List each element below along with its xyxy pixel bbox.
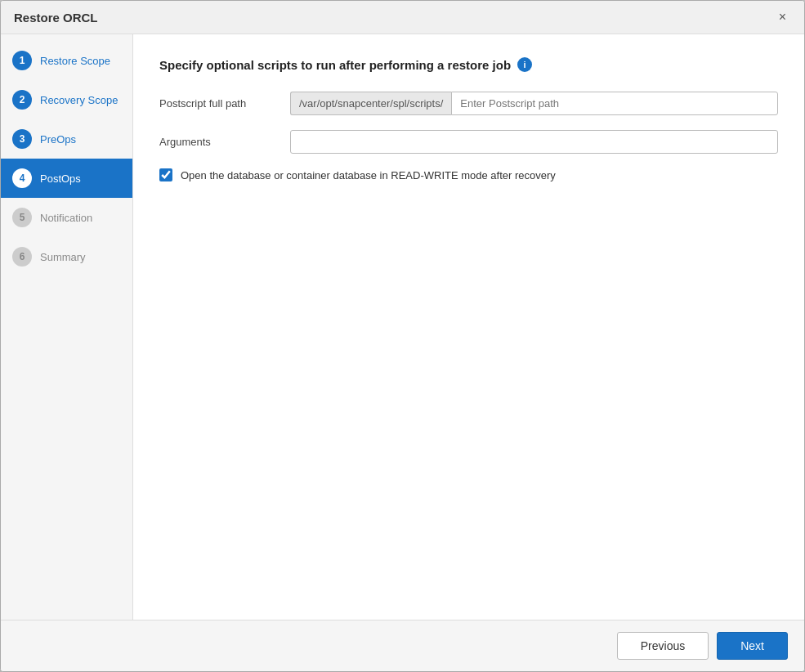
close-button[interactable]: ×	[774, 9, 791, 25]
section-heading: Specify optional scripts to run after pe…	[159, 57, 778, 72]
postscript-label: Postscript full path	[159, 97, 290, 110]
step-badge-4: 4	[12, 168, 32, 188]
checkbox-label[interactable]: Open the database or container database …	[181, 169, 556, 181]
heading-text: Specify optional scripts to run after pe…	[159, 58, 511, 72]
dialog-footer: Previous Next	[1, 620, 804, 671]
sidebar-item-recovery-scope[interactable]: 2 Recovery Scope	[1, 80, 132, 119]
step-badge-6: 6	[12, 247, 32, 267]
arguments-label: Arguments	[159, 136, 290, 148]
sidebar-item-postops[interactable]: 4 PostOps	[1, 159, 132, 198]
arguments-input[interactable]	[290, 130, 778, 154]
restore-dialog: Restore ORCL × 1 Restore Scope 2 Recover…	[0, 0, 805, 672]
step-badge-5: 5	[12, 208, 32, 227]
dialog-body: 1 Restore Scope 2 Recovery Scope 3 PreOp…	[1, 34, 804, 620]
sidebar-item-notification: 5 Notification	[1, 198, 132, 237]
sidebar-label-preops: PreOps	[40, 133, 76, 146]
postscript-input-group: /var/opt/snapcenter/spl/scripts/	[290, 92, 778, 115]
postscript-prefix: /var/opt/snapcenter/spl/scripts/	[290, 92, 451, 115]
sidebar-item-restore-scope[interactable]: 1 Restore Scope	[1, 41, 132, 80]
sidebar-label-restore-scope: Restore Scope	[40, 55, 110, 67]
sidebar-item-summary: 6 Summary	[1, 237, 132, 276]
sidebar: 1 Restore Scope 2 Recovery Scope 3 PreOp…	[1, 34, 133, 620]
dialog-title: Restore ORCL	[14, 11, 98, 25]
sidebar-label-notification: Notification	[40, 212, 92, 224]
read-write-checkbox[interactable]	[159, 168, 172, 181]
postscript-row: Postscript full path /var/opt/snapcenter…	[159, 92, 778, 115]
sidebar-label-postops: PostOps	[40, 172, 81, 185]
previous-button[interactable]: Previous	[617, 632, 709, 660]
next-button[interactable]: Next	[717, 632, 788, 660]
dialog-header: Restore ORCL ×	[1, 1, 804, 34]
sidebar-item-preops[interactable]: 3 PreOps	[1, 119, 132, 159]
sidebar-label-summary: Summary	[40, 251, 86, 263]
main-content: Specify optional scripts to run after pe…	[133, 34, 804, 620]
info-icon[interactable]: i	[517, 57, 532, 72]
step-badge-3: 3	[12, 129, 32, 149]
step-badge-2: 2	[12, 90, 32, 110]
checkbox-row: Open the database or container database …	[159, 168, 778, 181]
step-badge-1: 1	[12, 51, 32, 70]
sidebar-label-recovery-scope: Recovery Scope	[40, 94, 118, 106]
arguments-row: Arguments	[159, 130, 778, 154]
postscript-input[interactable]	[451, 92, 778, 115]
